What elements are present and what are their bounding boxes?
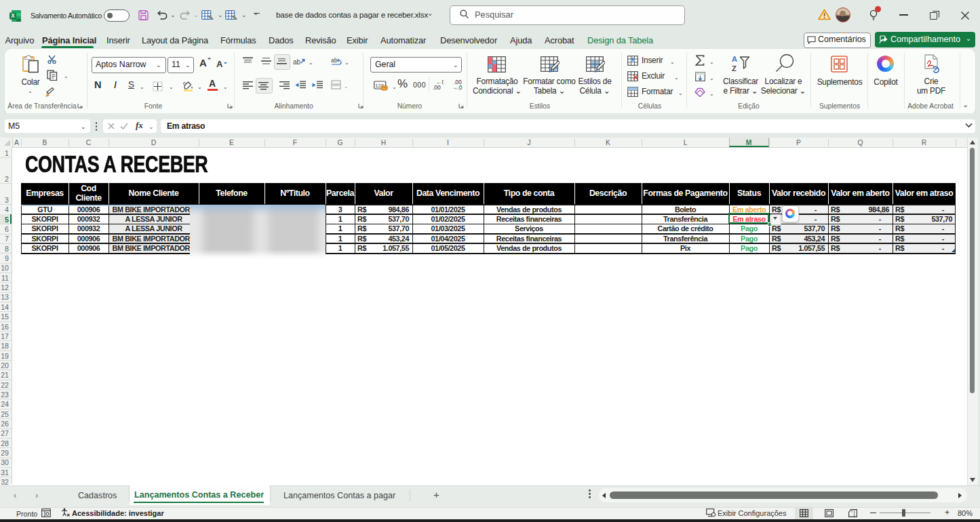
svg-text:Z: Z <box>732 64 737 73</box>
svg-text:X: X <box>11 12 15 19</box>
svg-text:ab: ab <box>331 57 338 64</box>
svg-text:ab: ab <box>293 58 301 66</box>
svg-text:.00: .00 <box>433 84 441 91</box>
svg-text:A: A <box>732 55 737 63</box>
svg-text:→.0: →.0 <box>452 84 463 91</box>
